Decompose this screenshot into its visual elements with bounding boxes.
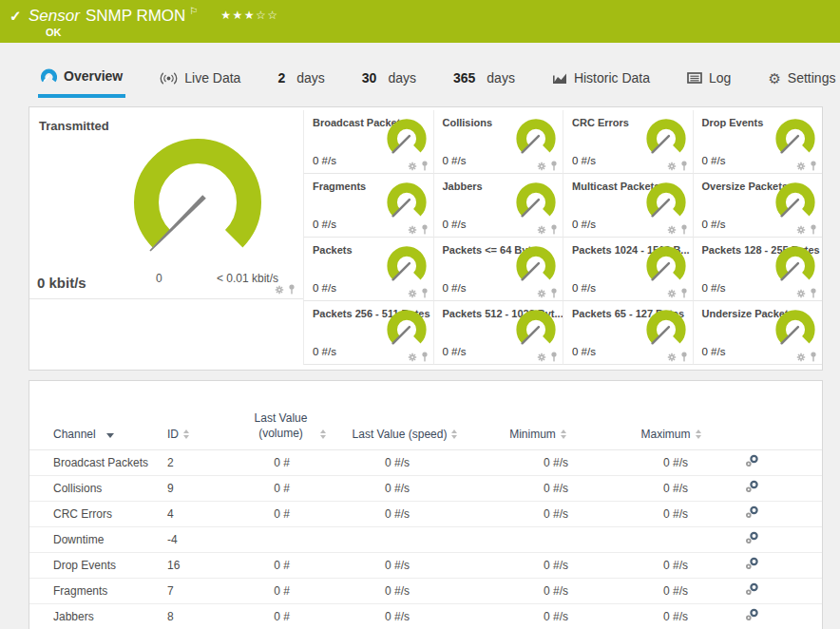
channel-gauge-icon: [773, 242, 817, 286]
gear-icon[interactable]: [275, 285, 284, 295]
channel-gauge-tile[interactable]: Packets 512 - 1023 Byt... 0 #/s: [433, 301, 563, 365]
channel-gauge-tile[interactable]: Jabbers 0 #/s: [433, 174, 563, 238]
live-data-icon: [160, 72, 178, 85]
pin-icon[interactable]: [421, 224, 429, 235]
tab-365-days[interactable]: 365 days: [450, 58, 518, 98]
column-header-id[interactable]: ID: [167, 428, 229, 441]
pin-icon[interactable]: [680, 352, 688, 362]
channel-gauge-title: CRC Errors: [572, 117, 629, 128]
channel-gauge-tile[interactable]: Packets 256 - 511 Bytes 0 #/s: [303, 301, 433, 365]
channel-gauge-tile[interactable]: Packets 65 - 127 Bytes 0 #/s: [563, 301, 693, 365]
tab-2-days[interactable]: 2 days: [275, 58, 327, 98]
edit-channel-gears-icon[interactable]: [733, 531, 822, 548]
cell-channel: Fragments: [53, 584, 167, 598]
channel-table-body: Broadcast Packets 2 0 # 0 #/s 0 #/s 0 #/…: [29, 450, 822, 629]
tab-label: days: [487, 70, 515, 86]
tab-live-data[interactable]: Live Data: [157, 58, 243, 98]
gear-icon[interactable]: [537, 225, 546, 235]
channel-gauge-tile[interactable]: Undersize Packets 0 #/s: [693, 301, 823, 365]
column-header-maximum[interactable]: Maximum: [609, 428, 733, 441]
historic-chart-icon: [552, 72, 567, 85]
cell-channel: CRC Errors: [53, 507, 167, 521]
gear-icon[interactable]: [667, 353, 677, 362]
pin-icon[interactable]: [550, 288, 558, 298]
channel-gauge-tile[interactable]: Packets 1024 - 1518 B... 0 #/s: [563, 238, 693, 301]
gear-icon[interactable]: [537, 289, 546, 298]
cell-minimum: 0 #/s: [467, 559, 609, 572]
channel-gauge-tile[interactable]: Drop Events 0 #/s: [693, 110, 823, 174]
cell-maximum: 0 #/s: [609, 610, 733, 623]
tab-label: Historic Data: [574, 70, 650, 86]
cell-last-value-speed: 0 #/s: [343, 482, 467, 495]
tab-historic-data[interactable]: Historic Data: [549, 58, 653, 98]
pin-icon[interactable]: [680, 288, 688, 298]
channel-gauge-icon: [514, 242, 558, 286]
transmitted-gauge-tile[interactable]: Transmitted 0 < 0.01 kbit/s 0 kbit/s: [29, 107, 303, 299]
pin-icon[interactable]: [550, 224, 558, 235]
flag-icon[interactable]: ⚐: [189, 6, 198, 16]
column-header-minimum[interactable]: Minimum: [467, 428, 609, 441]
pin-icon[interactable]: [288, 284, 296, 295]
channel-gauge-tile[interactable]: Broadcast Packets 0 #/s: [303, 110, 433, 174]
edit-channel-gears-icon[interactable]: [733, 480, 822, 497]
tab-settings[interactable]: ⚙ Settings: [765, 58, 838, 98]
channel-gauge-tile[interactable]: Packets <= 64 Byte 0 #/s: [433, 238, 563, 301]
tab-30-days[interactable]: 30 days: [359, 58, 419, 98]
channel-gauge-tile[interactable]: Collisions 0 #/s: [433, 110, 563, 174]
gear-icon[interactable]: [796, 353, 806, 362]
gear-icon[interactable]: [796, 289, 806, 298]
channel-gauge-tile[interactable]: Packets 0 #/s: [303, 238, 433, 301]
channel-gauge-tile[interactable]: Multicast Packets 0 #/s: [563, 174, 693, 238]
gear-icon[interactable]: [408, 353, 417, 362]
channel-gauge-tile[interactable]: CRC Errors 0 #/s: [563, 110, 693, 174]
priority-stars[interactable]: ★★★☆☆: [220, 9, 278, 22]
cell-last-value-volume: 0 #: [229, 584, 343, 598]
channel-gauge-icon: [644, 179, 688, 222]
pin-icon[interactable]: [810, 224, 817, 235]
sensor-header-bar: ✓ SensorSNMP RMON⚐★★★☆☆ OK: [0, 0, 840, 43]
gear-icon[interactable]: [537, 353, 546, 362]
gear-icon[interactable]: [408, 162, 417, 171]
table-row: Jabbers 8 0 # 0 #/s 0 #/s 0 #/s: [29, 604, 822, 629]
channel-gauge-tile[interactable]: Packets 128 - 255 Bytes 0 #/s: [693, 238, 823, 301]
channel-gauge-icon: [644, 242, 688, 286]
column-header-last-value-volume[interactable]: Last Value (volume): [229, 411, 343, 441]
cell-channel: Broadcast Packets: [53, 456, 167, 469]
gear-icon[interactable]: [796, 162, 806, 171]
gear-icon[interactable]: [408, 225, 417, 235]
channel-gauge-icon: [385, 179, 429, 222]
pin-icon[interactable]: [421, 161, 429, 171]
channel-gauge-title: Drop Events: [702, 117, 764, 128]
pin-icon[interactable]: [810, 288, 817, 298]
edit-channel-gears-icon[interactable]: [733, 505, 822, 523]
gear-icon[interactable]: [796, 225, 806, 235]
edit-channel-gears-icon[interactable]: [733, 557, 822, 574]
sensor-type-label: Sensor: [29, 7, 80, 25]
gear-icon[interactable]: [408, 289, 417, 298]
cell-maximum: 0 #/s: [609, 507, 733, 521]
pin-icon[interactable]: [421, 352, 429, 362]
column-header-channel[interactable]: Channel: [53, 428, 167, 441]
pin-icon[interactable]: [810, 352, 817, 362]
pin-icon[interactable]: [421, 288, 429, 298]
pin-icon[interactable]: [680, 161, 688, 171]
gear-icon[interactable]: [537, 162, 546, 171]
channel-gauge-tile[interactable]: Fragments 0 #/s: [303, 174, 433, 238]
tab-log[interactable]: Log: [684, 58, 734, 98]
pin-icon[interactable]: [680, 224, 688, 235]
channel-gauge-tile[interactable]: Oversize Packets 0 #/s: [693, 174, 823, 238]
column-header-last-value-speed[interactable]: Last Value (speed): [343, 428, 467, 441]
tab-overview[interactable]: Overview: [38, 58, 125, 98]
edit-channel-gears-icon[interactable]: [733, 582, 822, 600]
pin-icon[interactable]: [550, 352, 558, 362]
pin-icon[interactable]: [810, 161, 817, 171]
transmitted-gauge-icon: [117, 134, 278, 276]
cell-id: 7: [167, 584, 229, 598]
cell-channel: Drop Events: [53, 559, 167, 572]
pin-icon[interactable]: [550, 161, 558, 171]
gear-icon[interactable]: [667, 289, 677, 298]
edit-channel-gears-icon[interactable]: [733, 608, 822, 625]
gear-icon[interactable]: [667, 162, 677, 171]
edit-channel-gears-icon[interactable]: [733, 454, 822, 471]
gear-icon[interactable]: [667, 225, 677, 235]
